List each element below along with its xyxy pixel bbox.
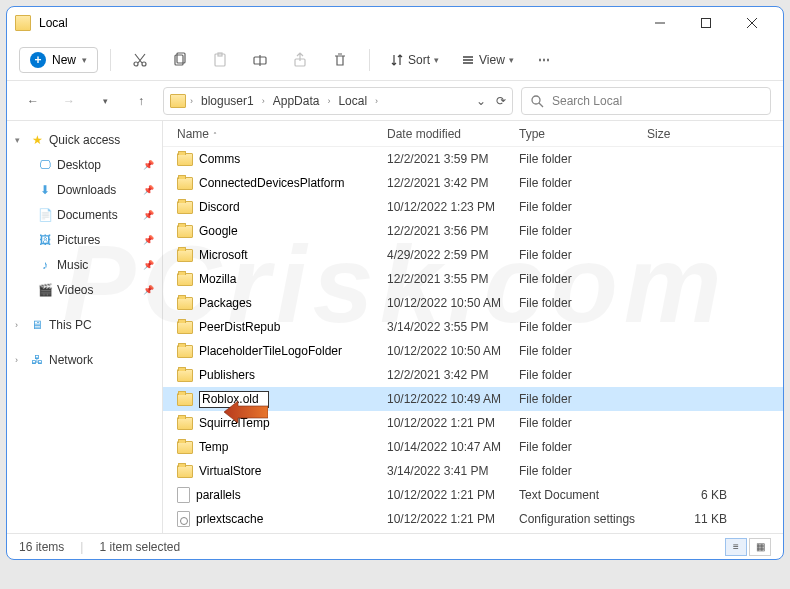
- file-date: 10/12/2022 1:23 PM: [387, 200, 519, 214]
- file-type: File folder: [519, 200, 647, 214]
- table-row[interactable]: parallels10/12/2022 1:21 PMText Document…: [163, 483, 783, 507]
- pin-icon: 📌: [143, 285, 154, 295]
- col-size[interactable]: Size: [647, 127, 727, 141]
- sidebar-item-documents[interactable]: 📄Documents📌: [7, 202, 162, 227]
- tree-this-pc[interactable]: › 🖥 This PC: [7, 312, 162, 337]
- chevron-right-icon: ›: [15, 355, 25, 365]
- table-row[interactable]: PeerDistRepub3/14/2022 3:55 PMFile folde…: [163, 315, 783, 339]
- table-row[interactable]: VirtualStore3/14/2022 3:41 PMFile folder: [163, 459, 783, 483]
- tree-network[interactable]: › 🖧 Network: [7, 347, 162, 372]
- up-button[interactable]: ↑: [127, 87, 155, 115]
- file-icon: [177, 487, 190, 503]
- maximize-button[interactable]: [683, 7, 729, 39]
- window-title: Local: [39, 16, 68, 30]
- sidebar-item-desktop[interactable]: 🖵Desktop📌: [7, 152, 162, 177]
- folder-icon: [177, 345, 193, 358]
- file-date: 10/12/2022 1:21 PM: [387, 488, 519, 502]
- pin-icon: 📌: [143, 260, 154, 270]
- file-type: Text Document: [519, 488, 647, 502]
- folder-icon: 🎬: [37, 282, 53, 298]
- file-name: Comms: [199, 152, 240, 166]
- table-row[interactable]: SquirrelTemp10/12/2022 1:21 PMFile folde…: [163, 411, 783, 435]
- file-type: File folder: [519, 368, 647, 382]
- folder-icon: [177, 321, 193, 334]
- file-type: Configuration settings: [519, 512, 647, 526]
- details-view-button[interactable]: ≡: [725, 538, 747, 556]
- tree-label: Documents: [57, 208, 118, 222]
- file-name: PlaceholderTileLogoFolder: [199, 344, 342, 358]
- refresh-button[interactable]: ⟳: [496, 94, 506, 108]
- more-button[interactable]: ⋯: [528, 44, 562, 76]
- paste-button[interactable]: [203, 44, 237, 76]
- file-date: 10/12/2022 10:50 AM: [387, 344, 519, 358]
- rename-button[interactable]: [243, 44, 277, 76]
- pc-icon: 🖥: [29, 317, 45, 333]
- table-row[interactable]: Temp10/14/2022 10:47 AMFile folder: [163, 435, 783, 459]
- table-row[interactable]: PlaceholderTileLogoFolder10/12/2022 10:5…: [163, 339, 783, 363]
- file-name: Google: [199, 224, 238, 238]
- cut-button[interactable]: [123, 44, 157, 76]
- recent-dropdown[interactable]: ▾: [91, 87, 119, 115]
- breadcrumb-segment[interactable]: Local: [334, 92, 371, 110]
- back-button[interactable]: ←: [19, 87, 47, 115]
- file-type: File folder: [519, 296, 647, 310]
- file-date: 12/2/2021 3:42 PM: [387, 176, 519, 190]
- tree-quick-access[interactable]: ▾ ★ Quick access: [7, 127, 162, 152]
- file-name: PeerDistRepub: [199, 320, 280, 334]
- table-row[interactable]: Publishers12/2/2021 3:42 PMFile folder: [163, 363, 783, 387]
- table-row[interactable]: 10/12/2022 10:49 AMFile folder: [163, 387, 783, 411]
- column-headers: Name˄ Date modified Type Size: [163, 121, 783, 147]
- svg-line-17: [539, 103, 543, 107]
- table-row[interactable]: Comms12/2/2021 3:59 PMFile folder: [163, 147, 783, 171]
- file-name: VirtualStore: [199, 464, 261, 478]
- file-name: Publishers: [199, 368, 255, 382]
- table-row[interactable]: Discord10/12/2022 1:23 PMFile folder: [163, 195, 783, 219]
- sidebar-item-pictures[interactable]: 🖼Pictures📌: [7, 227, 162, 252]
- table-row[interactable]: prlextscache10/12/2022 1:21 PMConfigurat…: [163, 507, 783, 531]
- rename-input[interactable]: [199, 391, 269, 408]
- sidebar-item-videos[interactable]: 🎬Videos📌: [7, 277, 162, 302]
- sort-button[interactable]: Sort ▾: [382, 49, 447, 71]
- star-icon: ★: [29, 132, 45, 148]
- file-date: 12/2/2021 3:56 PM: [387, 224, 519, 238]
- pin-icon: 📌: [143, 210, 154, 220]
- svg-rect-1: [702, 19, 711, 28]
- chevron-down-icon[interactable]: ⌄: [476, 94, 486, 108]
- table-row[interactable]: Packages10/12/2022 10:50 AMFile folder: [163, 291, 783, 315]
- view-button[interactable]: View ▾: [453, 49, 522, 71]
- col-name[interactable]: Name˄: [177, 127, 387, 141]
- config-file-icon: [177, 511, 190, 527]
- titlebar: Local: [7, 7, 783, 39]
- new-button[interactable]: + New ▾: [19, 47, 98, 73]
- selected-count: 1 item selected: [99, 540, 180, 554]
- tree-label: This PC: [49, 318, 92, 332]
- thumbnails-view-button[interactable]: ▦: [749, 538, 771, 556]
- new-label: New: [52, 53, 76, 67]
- delete-button[interactable]: [323, 44, 357, 76]
- folder-icon: [177, 153, 193, 166]
- file-name: Discord: [199, 200, 240, 214]
- forward-button[interactable]: →: [55, 87, 83, 115]
- table-row[interactable]: Microsoft4/29/2022 2:59 PMFile folder: [163, 243, 783, 267]
- share-button[interactable]: [283, 44, 317, 76]
- breadcrumb-segment[interactable]: AppData: [269, 92, 324, 110]
- address-bar[interactable]: › bloguser1 › AppData › Local › ⌄ ⟳: [163, 87, 513, 115]
- close-button[interactable]: [729, 7, 775, 39]
- sidebar-item-music[interactable]: ♪Music📌: [7, 252, 162, 277]
- toolbar: + New ▾ Sort ▾ View ▾ ⋯: [7, 39, 783, 81]
- table-row[interactable]: Google12/2/2021 3:56 PMFile folder: [163, 219, 783, 243]
- chevron-down-icon: ▾: [82, 55, 87, 65]
- minimize-button[interactable]: [637, 7, 683, 39]
- col-type[interactable]: Type: [519, 127, 647, 141]
- file-type: File folder: [519, 416, 647, 430]
- col-date[interactable]: Date modified: [387, 127, 519, 141]
- search-box[interactable]: Search Local: [521, 87, 771, 115]
- folder-icon: 📄: [37, 207, 53, 223]
- chevron-right-icon: ›: [327, 96, 330, 106]
- breadcrumb-segment[interactable]: bloguser1: [197, 92, 258, 110]
- table-row[interactable]: Mozilla12/2/2021 3:55 PMFile folder: [163, 267, 783, 291]
- table-row[interactable]: ConnectedDevicesPlatform12/2/2021 3:42 P…: [163, 171, 783, 195]
- search-icon: [530, 94, 544, 108]
- copy-button[interactable]: [163, 44, 197, 76]
- sidebar-item-downloads[interactable]: ⬇Downloads📌: [7, 177, 162, 202]
